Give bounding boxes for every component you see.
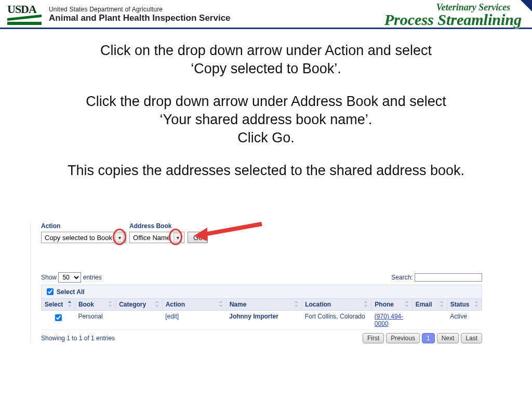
col-select[interactable]: Select [42,299,75,311]
col-name[interactable]: Name [226,299,301,311]
pager-previous[interactable]: Previous [386,333,420,343]
cell-location: Fort Collins, Colorado [302,311,371,330]
cell-status: Active [447,311,482,330]
pager-last[interactable]: Last [461,333,482,343]
col-book[interactable]: Book [75,299,115,311]
instr-line: ‘Your shared address book name’. [0,111,532,129]
process-streamlining-text: Process Streamlining [384,13,522,26]
action-control: Action Copy selected to Book ▾ [41,222,126,243]
table-row: Personal [edit] Johnny Importer Fort Col… [42,311,482,330]
agency-line1: United States Department of Agriculture [49,6,231,13]
col-email[interactable]: Email [412,299,447,311]
showing-text: Showing 1 to 1 of 1 entries [41,335,115,342]
action-label: Action [41,222,126,230]
app-panel: Action Copy selected to Book ▾ Address B… [30,222,482,343]
table-topbar: Show 50 entries Search: [41,272,482,283]
instr-line: Click the drop down arrow under Address … [0,92,532,111]
cell-email [412,311,447,330]
data-table: Select Book Category Action Name Locatio… [41,298,482,330]
select-all-checkbox[interactable] [47,288,54,295]
cell-book: Personal [75,311,115,330]
table-area: Show 50 entries Search: Select All Selec… [41,272,482,343]
controls-row: Action Copy selected to Book ▾ Address B… [41,222,482,243]
edit-link[interactable]: [edit] [165,313,179,320]
phone-link[interactable]: (970) 494-0000 [375,313,403,327]
chevron-down-icon[interactable]: ▾ [115,233,124,242]
usda-logo-text: USDA [7,4,44,15]
action-select[interactable]: Copy selected to Book ▾ [41,232,126,243]
pager-next[interactable]: Next [437,333,459,343]
banner-right: Veterinary Services Process Streamlining [384,2,522,26]
banner-corner-icon [521,0,532,11]
instr-line: Click on the drop down arrow under Actio… [0,42,532,60]
row-checkbox[interactable] [55,314,62,321]
show-label-pre: Show [41,274,57,281]
usda-logo: USDA [7,4,44,25]
instr-line: This copies the addresses selected to th… [0,162,532,180]
table-footer: Showing 1 to 1 of 1 entries First Previo… [41,333,482,343]
search-label: Search: [391,274,413,281]
addressbook-select[interactable]: Office Name ▾ [129,232,184,243]
select-all-label: Select All [57,288,85,296]
pager-first[interactable]: First [363,333,384,343]
col-location[interactable]: Location [302,299,371,311]
col-category[interactable]: Category [116,299,162,311]
addressbook-control: Address Book Office Name ▾ [129,222,184,243]
instr-line: Click Go. [0,129,532,147]
col-action[interactable]: Action [162,299,226,311]
col-status[interactable]: Status [447,299,482,311]
addressbook-label: Address Book [129,222,184,230]
show-label-post: entries [83,274,102,281]
action-select-value: Copy selected to Book [45,234,112,242]
pager-page-1[interactable]: 1 [422,333,435,343]
banner-left: USDA United States Department of Agricul… [7,4,231,25]
go-control: Go [188,232,208,243]
cell-name: Johnny Importer [226,311,301,330]
entries-select[interactable]: 50 [58,272,81,283]
chevron-down-icon[interactable]: ▾ [174,233,182,242]
col-phone[interactable]: Phone [371,299,412,311]
instructions-block: Click on the drop down arrow under Actio… [0,42,532,180]
agency-line2: Animal and Plant Health Inspection Servi… [49,13,231,23]
search-input[interactable] [415,273,482,282]
header-banner: USDA United States Department of Agricul… [0,0,532,29]
agency-text: United States Department of Agriculture … [49,6,231,23]
addressbook-select-value: Office Name [133,234,170,242]
go-button[interactable]: Go [188,232,208,243]
instr-line: ‘Copy selected to Book’. [0,60,532,78]
select-all-row: Select All [41,285,482,298]
pager: First Previous 1 Next Last [363,333,482,343]
cell-category [116,311,162,330]
usda-logo-bars [7,18,42,25]
